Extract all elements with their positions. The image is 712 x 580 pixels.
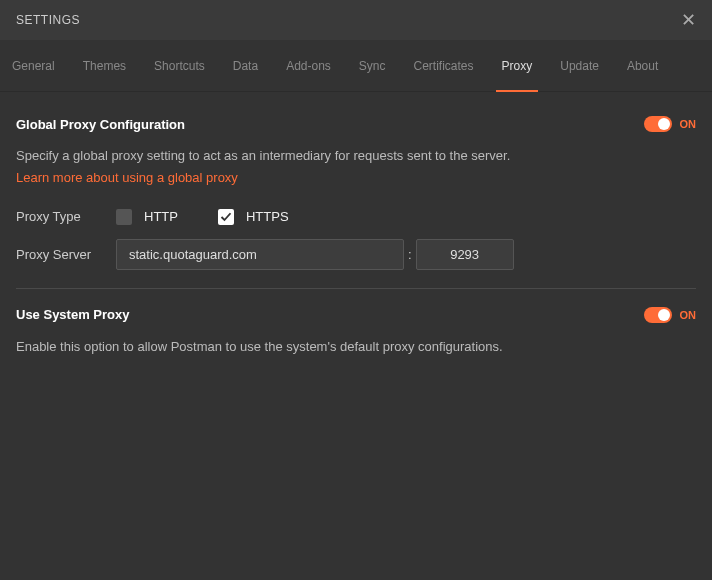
settings-title: SETTINGS bbox=[16, 13, 80, 27]
settings-tabs: General Themes Shortcuts Data Add-ons Sy… bbox=[0, 40, 712, 92]
http-checkbox-item: HTTP bbox=[116, 209, 178, 225]
global-proxy-title: Global Proxy Configuration bbox=[16, 117, 185, 132]
global-proxy-toggle-label: ON bbox=[680, 118, 697, 130]
global-proxy-toggle-wrap: ON bbox=[644, 116, 697, 132]
learn-more-link[interactable]: Learn more about using a global proxy bbox=[16, 170, 238, 185]
tab-shortcuts[interactable]: Shortcuts bbox=[140, 40, 219, 92]
tab-proxy[interactable]: Proxy bbox=[488, 40, 547, 92]
https-checkbox[interactable] bbox=[218, 209, 234, 225]
proxy-server-label: Proxy Server bbox=[16, 247, 116, 262]
tab-about[interactable]: About bbox=[613, 40, 672, 92]
close-icon[interactable]: ✕ bbox=[681, 11, 696, 29]
tab-themes[interactable]: Themes bbox=[69, 40, 140, 92]
system-proxy-header: Use System Proxy ON bbox=[16, 307, 696, 323]
section-divider bbox=[16, 288, 696, 289]
tab-certificates[interactable]: Certificates bbox=[400, 40, 488, 92]
tab-general[interactable]: General bbox=[10, 40, 69, 92]
settings-content: Global Proxy Configuration ON Specify a … bbox=[0, 92, 712, 384]
proxy-host-input[interactable] bbox=[116, 239, 404, 270]
settings-header: SETTINGS ✕ bbox=[0, 0, 712, 40]
proxy-server-row: Proxy Server : bbox=[16, 239, 696, 270]
checkmark-icon bbox=[220, 211, 232, 223]
tab-update[interactable]: Update bbox=[546, 40, 613, 92]
global-proxy-toggle[interactable] bbox=[644, 116, 672, 132]
system-proxy-toggle[interactable] bbox=[644, 307, 672, 323]
global-proxy-header: Global Proxy Configuration ON bbox=[16, 116, 696, 132]
proxy-port-input[interactable] bbox=[416, 239, 514, 270]
system-proxy-toggle-label: ON bbox=[680, 309, 697, 321]
proxy-server-input-group: : bbox=[116, 239, 514, 270]
tab-data[interactable]: Data bbox=[219, 40, 272, 92]
tab-sync[interactable]: Sync bbox=[345, 40, 400, 92]
http-checkbox[interactable] bbox=[116, 209, 132, 225]
system-proxy-title: Use System Proxy bbox=[16, 307, 129, 322]
system-proxy-description: Enable this option to allow Postman to u… bbox=[16, 337, 696, 357]
proxy-type-row: Proxy Type HTTP HTTPS bbox=[16, 209, 696, 225]
https-checkbox-item: HTTPS bbox=[218, 209, 289, 225]
tab-addons[interactable]: Add-ons bbox=[272, 40, 345, 92]
proxy-type-label: Proxy Type bbox=[16, 209, 116, 224]
system-proxy-toggle-wrap: ON bbox=[644, 307, 697, 323]
proxy-type-checkbox-group: HTTP HTTPS bbox=[116, 209, 289, 225]
http-checkbox-label: HTTP bbox=[144, 209, 178, 224]
host-port-separator: : bbox=[404, 247, 416, 262]
https-checkbox-label: HTTPS bbox=[246, 209, 289, 224]
global-proxy-description: Specify a global proxy setting to act as… bbox=[16, 146, 696, 166]
